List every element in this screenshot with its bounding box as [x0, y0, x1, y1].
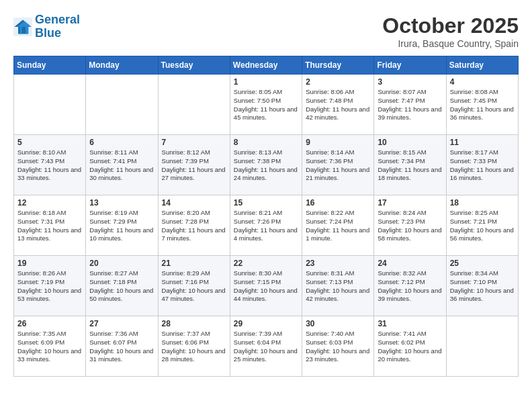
day-content: Sunrise: 8:13 AM Sunset: 7:38 PM Dayligh…: [234, 148, 298, 183]
calendar-cell: 7Sunrise: 8:12 AM Sunset: 7:39 PM Daylig…: [158, 135, 230, 195]
calendar-cell: 6Sunrise: 8:11 AM Sunset: 7:41 PM Daylig…: [86, 135, 158, 195]
title-block: October 2025 Irura, Basque Country, Spai…: [382, 13, 519, 49]
day-number: 13: [89, 198, 154, 208]
calendar-cell: 1Sunrise: 8:05 AM Sunset: 7:50 PM Daylig…: [230, 75, 302, 135]
day-content: Sunrise: 7:35 AM Sunset: 6:09 PM Dayligh…: [17, 330, 82, 364]
day-number: 5: [17, 138, 82, 147]
calendar-cell: 23Sunrise: 8:31 AM Sunset: 7:13 PM Dayli…: [302, 256, 374, 316]
day-number: 2: [306, 77, 370, 87]
calendar-table: SundayMondayTuesdayWednesdayThursdayFrid…: [13, 56, 519, 377]
day-content: Sunrise: 8:06 AM Sunset: 7:48 PM Dayligh…: [306, 88, 370, 122]
day-number: 4: [450, 77, 515, 87]
day-content: Sunrise: 8:27 AM Sunset: 7:18 PM Dayligh…: [89, 269, 154, 304]
day-content: Sunrise: 8:34 AM Sunset: 7:10 PM Dayligh…: [450, 269, 515, 304]
day-content: Sunrise: 8:24 AM Sunset: 7:23 PM Dayligh…: [378, 209, 442, 243]
calendar-cell: 15Sunrise: 8:21 AM Sunset: 7:26 PM Dayli…: [230, 195, 302, 256]
day-number: 21: [162, 259, 226, 268]
day-number: 12: [17, 198, 82, 208]
day-number: 9: [306, 138, 370, 147]
calendar-cell: 21Sunrise: 8:29 AM Sunset: 7:16 PM Dayli…: [158, 256, 230, 316]
day-content: Sunrise: 8:32 AM Sunset: 7:12 PM Dayligh…: [378, 269, 442, 304]
calendar-cell: 14Sunrise: 8:20 AM Sunset: 7:28 PM Dayli…: [158, 195, 230, 256]
day-content: Sunrise: 8:30 AM Sunset: 7:15 PM Dayligh…: [234, 269, 298, 304]
calendar-cell: 28Sunrise: 7:37 AM Sunset: 6:06 PM Dayli…: [158, 316, 230, 377]
day-number: 24: [378, 259, 442, 268]
day-number: 3: [378, 77, 442, 87]
weekday-header-tuesday: Tuesday: [158, 56, 230, 75]
calendar-cell: 4Sunrise: 8:08 AM Sunset: 7:45 PM Daylig…: [446, 75, 518, 135]
day-number: 20: [89, 259, 154, 268]
day-number: 11: [450, 138, 515, 147]
day-content: Sunrise: 8:18 AM Sunset: 7:31 PM Dayligh…: [17, 209, 82, 243]
day-number: 31: [378, 319, 442, 328]
day-number: 27: [89, 319, 154, 328]
day-content: Sunrise: 8:10 AM Sunset: 7:43 PM Dayligh…: [17, 148, 82, 183]
calendar-cell: 16Sunrise: 8:22 AM Sunset: 7:24 PM Dayli…: [302, 195, 374, 256]
week-row-2: 5Sunrise: 8:10 AM Sunset: 7:43 PM Daylig…: [14, 135, 519, 195]
day-number: 18: [450, 198, 515, 208]
day-number: 30: [306, 319, 370, 328]
day-number: 15: [234, 198, 298, 208]
day-content: Sunrise: 8:20 AM Sunset: 7:28 PM Dayligh…: [162, 209, 226, 243]
day-content: Sunrise: 8:25 AM Sunset: 7:21 PM Dayligh…: [450, 209, 515, 243]
calendar-cell: 18Sunrise: 8:25 AM Sunset: 7:21 PM Dayli…: [446, 195, 518, 256]
calendar-cell: 19Sunrise: 8:26 AM Sunset: 7:19 PM Dayli…: [14, 256, 86, 316]
day-content: Sunrise: 8:22 AM Sunset: 7:24 PM Dayligh…: [306, 209, 370, 243]
day-content: Sunrise: 8:26 AM Sunset: 7:19 PM Dayligh…: [17, 269, 82, 304]
calendar-cell: 29Sunrise: 7:39 AM Sunset: 6:04 PM Dayli…: [230, 316, 302, 377]
day-number: 23: [306, 259, 370, 268]
logo-text: General Blue: [35, 13, 80, 40]
logo-line1: General: [35, 13, 80, 26]
page-header: General Blue October 2025 Irura, Basque …: [13, 13, 519, 49]
day-content: Sunrise: 8:11 AM Sunset: 7:41 PM Dayligh…: [89, 148, 154, 183]
day-content: Sunrise: 8:08 AM Sunset: 7:45 PM Dayligh…: [450, 88, 515, 122]
day-number: 25: [450, 259, 515, 268]
day-number: 19: [17, 259, 82, 268]
calendar-cell: 27Sunrise: 7:36 AM Sunset: 6:07 PM Dayli…: [86, 316, 158, 377]
calendar-cell: 3Sunrise: 8:07 AM Sunset: 7:47 PM Daylig…: [374, 75, 446, 135]
week-row-5: 26Sunrise: 7:35 AM Sunset: 6:09 PM Dayli…: [14, 316, 519, 377]
calendar-cell: 9Sunrise: 8:14 AM Sunset: 7:36 PM Daylig…: [302, 135, 374, 195]
day-number: 7: [162, 138, 226, 147]
calendar-cell: [158, 75, 230, 135]
logo: General Blue: [13, 13, 80, 40]
day-number: 29: [234, 319, 298, 328]
weekday-header-thursday: Thursday: [302, 56, 374, 75]
day-number: 6: [89, 138, 154, 147]
calendar-cell: 5Sunrise: 8:10 AM Sunset: 7:43 PM Daylig…: [14, 135, 86, 195]
calendar-cell: 25Sunrise: 8:34 AM Sunset: 7:10 PM Dayli…: [446, 256, 518, 316]
day-content: Sunrise: 7:40 AM Sunset: 6:03 PM Dayligh…: [306, 330, 370, 364]
day-content: Sunrise: 8:15 AM Sunset: 7:34 PM Dayligh…: [378, 148, 442, 183]
week-row-4: 19Sunrise: 8:26 AM Sunset: 7:19 PM Dayli…: [14, 256, 519, 316]
day-content: Sunrise: 8:07 AM Sunset: 7:47 PM Dayligh…: [378, 88, 442, 122]
day-number: 14: [162, 198, 226, 208]
calendar-cell: [446, 316, 518, 377]
calendar-cell: 17Sunrise: 8:24 AM Sunset: 7:23 PM Dayli…: [374, 195, 446, 256]
calendar-cell: 10Sunrise: 8:15 AM Sunset: 7:34 PM Dayli…: [374, 135, 446, 195]
calendar-cell: [14, 75, 86, 135]
calendar-cell: 12Sunrise: 8:18 AM Sunset: 7:31 PM Dayli…: [14, 195, 86, 256]
day-content: Sunrise: 7:41 AM Sunset: 6:02 PM Dayligh…: [378, 330, 442, 364]
weekday-header-friday: Friday: [374, 56, 446, 75]
weekday-header-wednesday: Wednesday: [230, 56, 302, 75]
weekday-header-row: SundayMondayTuesdayWednesdayThursdayFrid…: [14, 56, 519, 75]
weekday-header-saturday: Saturday: [446, 56, 518, 75]
day-number: 1: [234, 77, 298, 87]
day-number: 28: [162, 319, 226, 328]
calendar-cell: 22Sunrise: 8:30 AM Sunset: 7:15 PM Dayli…: [230, 256, 302, 316]
week-row-1: 1Sunrise: 8:05 AM Sunset: 7:50 PM Daylig…: [14, 75, 519, 135]
weekday-header-sunday: Sunday: [14, 56, 86, 75]
day-content: Sunrise: 8:12 AM Sunset: 7:39 PM Dayligh…: [162, 148, 226, 183]
day-content: Sunrise: 7:36 AM Sunset: 6:07 PM Dayligh…: [89, 330, 154, 364]
calendar-cell: 13Sunrise: 8:19 AM Sunset: 7:29 PM Dayli…: [86, 195, 158, 256]
day-content: Sunrise: 8:21 AM Sunset: 7:26 PM Dayligh…: [234, 209, 298, 243]
calendar-cell: 20Sunrise: 8:27 AM Sunset: 7:18 PM Dayli…: [86, 256, 158, 316]
day-content: Sunrise: 8:17 AM Sunset: 7:33 PM Dayligh…: [450, 148, 515, 183]
calendar-cell: 2Sunrise: 8:06 AM Sunset: 7:48 PM Daylig…: [302, 75, 374, 135]
calendar-cell: 11Sunrise: 8:17 AM Sunset: 7:33 PM Dayli…: [446, 135, 518, 195]
day-number: 8: [234, 138, 298, 147]
day-number: 16: [306, 198, 370, 208]
day-content: Sunrise: 8:31 AM Sunset: 7:13 PM Dayligh…: [306, 269, 370, 304]
weekday-header-monday: Monday: [86, 56, 158, 75]
day-number: 17: [378, 198, 442, 208]
